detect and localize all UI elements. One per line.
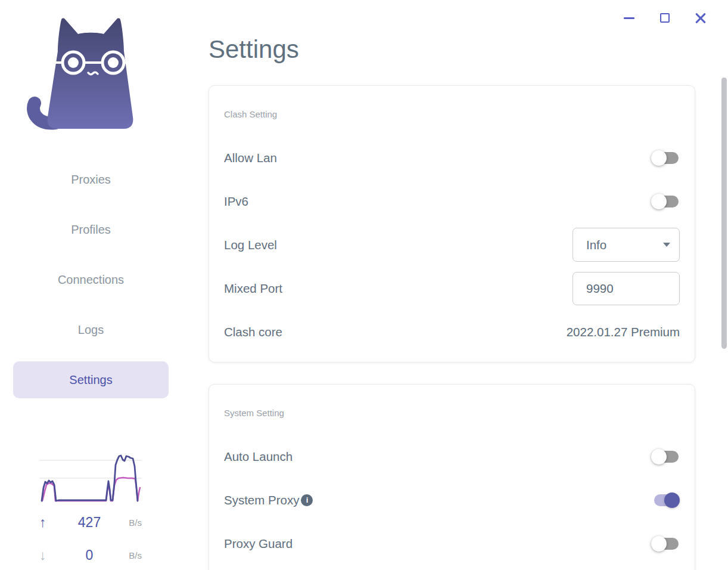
allow-lan-label: Allow Lan	[224, 151, 277, 165]
sidebar-item-logs[interactable]: Logs	[13, 311, 169, 348]
traffic-graph	[39, 448, 142, 502]
sidebar-nav: Proxies Profiles Connections Logs Settin…	[13, 161, 169, 411]
traffic-panel: ↑ 427 B/s ↓ 0 B/s	[39, 448, 142, 567]
clash-core-label: Clash core	[224, 325, 282, 339]
sidebar-item-proxies[interactable]: Proxies	[13, 161, 169, 198]
mixed-port-row: Mixed Port	[224, 267, 680, 310]
close-icon	[695, 12, 707, 24]
sidebar: Proxies Profiles Connections Logs Settin…	[0, 0, 182, 570]
window-controls	[620, 8, 710, 27]
clash-core-row: Clash core 2022.01.27 Premium	[224, 310, 680, 354]
main-content: Settings Clash Setting Allow Lan IPv6 Lo…	[209, 0, 695, 570]
sidebar-item-label: Profiles	[71, 223, 111, 237]
download-arrow-icon: ↓	[39, 547, 60, 563]
ipv6-row: IPv6	[224, 179, 680, 223]
card-header: Clash Setting	[224, 86, 680, 120]
download-unit: B/s	[119, 550, 142, 560]
ipv6-toggle[interactable]	[651, 194, 680, 209]
vertical-scrollbar-thumb[interactable]	[721, 78, 727, 349]
sidebar-item-settings[interactable]: Settings	[13, 361, 169, 398]
sidebar-item-profiles[interactable]: Profiles	[13, 211, 169, 248]
system-setting-card: System Setting Auto Launch System Proxy …	[209, 384, 695, 570]
log-level-select[interactable]: Info	[573, 228, 680, 262]
toggle-thumb	[651, 150, 667, 166]
sidebar-item-label: Proxies	[71, 173, 111, 187]
clash-core-version: 2022.01.27 Premium	[567, 325, 680, 339]
mixed-port-input[interactable]	[573, 272, 680, 305]
minimize-icon	[624, 17, 634, 19]
log-level-row: Log Level Info	[224, 223, 680, 267]
sidebar-item-label: Logs	[78, 323, 104, 337]
sidebar-item-label: Connections	[58, 273, 124, 287]
proxy-guard-row: Proxy Guard	[224, 522, 680, 565]
chevron-down-icon	[663, 243, 670, 247]
mixed-port-label: Mixed Port	[224, 281, 282, 296]
maximize-icon	[660, 13, 670, 23]
upload-unit: B/s	[119, 518, 142, 528]
upload-stat: ↑ 427 B/s	[39, 510, 142, 534]
log-level-label: Log Level	[224, 238, 277, 252]
download-line	[42, 478, 140, 501]
toggle-thumb	[651, 194, 667, 209]
sidebar-item-label: Settings	[69, 373, 112, 387]
minimize-button[interactable]	[620, 8, 639, 27]
system-proxy-label-text: System Proxy	[224, 493, 299, 507]
allow-lan-toggle[interactable]	[651, 150, 680, 166]
system-proxy-toggle[interactable]	[651, 492, 680, 508]
page-title: Settings	[209, 35, 695, 64]
download-value: 0	[60, 547, 119, 563]
cat-logo	[27, 16, 140, 131]
card-header: System Setting	[224, 385, 680, 419]
auto-launch-label: Auto Launch	[224, 450, 293, 464]
ipv6-label: IPv6	[224, 194, 248, 209]
system-proxy-row: System Proxy i	[224, 478, 680, 522]
upload-value: 427	[60, 515, 119, 531]
sidebar-item-connections[interactable]: Connections	[13, 261, 169, 298]
proxy-guard-label: Proxy Guard	[224, 537, 293, 551]
clash-setting-card: Clash Setting Allow Lan IPv6 Log Level I…	[209, 85, 695, 363]
log-level-selected-value: Info	[586, 238, 606, 252]
close-button[interactable]	[691, 8, 710, 27]
allow-lan-row: Allow Lan	[224, 136, 680, 179]
toggle-thumb	[664, 492, 680, 508]
system-proxy-label: System Proxy i	[224, 493, 313, 507]
upload-arrow-icon: ↑	[39, 515, 60, 531]
auto-launch-toggle[interactable]	[651, 449, 680, 464]
info-icon[interactable]: i	[301, 494, 313, 506]
proxy-guard-toggle[interactable]	[651, 536, 680, 552]
toggle-thumb	[651, 536, 667, 552]
auto-launch-row: Auto Launch	[224, 435, 680, 478]
download-stat: ↓ 0 B/s	[39, 543, 142, 567]
toggle-thumb	[651, 449, 667, 464]
maximize-button[interactable]	[655, 8, 674, 27]
